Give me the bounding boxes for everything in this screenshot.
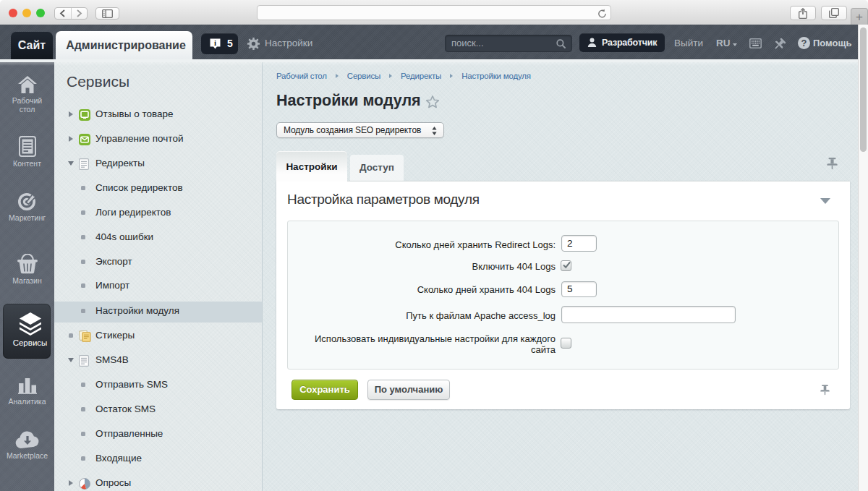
svg-text:i: i	[214, 38, 216, 47]
